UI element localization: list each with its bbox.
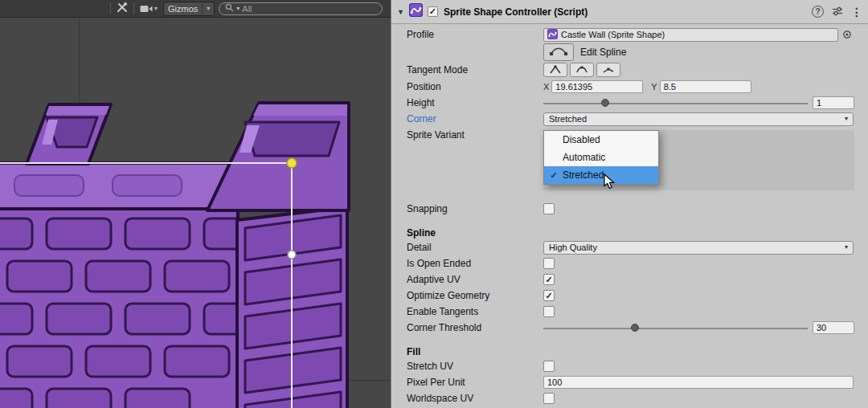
slider-track	[543, 328, 808, 329]
menu-item-automatic[interactable]: Automatic	[544, 149, 658, 166]
spline-control-point[interactable]	[288, 251, 296, 259]
spline-section-header: Spline	[391, 226, 868, 239]
slider-thumb[interactable]	[631, 324, 639, 332]
snapping-label: Snapping	[407, 203, 543, 214]
position-x-field[interactable]: 19.61395	[551, 80, 643, 93]
tangent-linear-icon	[550, 63, 561, 77]
castle-wall-sprite[interactable]	[0, 103, 349, 408]
tangent-mode-label: Tangent Mode	[407, 64, 543, 75]
pixel-per-unit-field[interactable]: 100	[543, 376, 854, 389]
position-y-field[interactable]: 8.5	[660, 80, 751, 93]
sprite-variant-label: Sprite Variant	[407, 129, 543, 141]
scene-search-input[interactable]: ▾ All	[219, 2, 383, 15]
row-corner-threshold: Corner Threshold 30	[391, 320, 868, 336]
merlon-left-top-highlight	[46, 106, 109, 115]
chevron-down-icon: ▾	[154, 6, 158, 12]
corner-value: Stretched	[549, 114, 587, 124]
component-title: Sprite Shape Controller (Script)	[444, 6, 588, 18]
header-actions: ? ⋮	[812, 5, 862, 19]
toolbar-divider	[133, 2, 134, 14]
row-adaptive-uv: Adaptive UV ✓	[391, 271, 868, 288]
mouse-cursor	[604, 173, 616, 194]
is-open-ended-label: Is Open Ended	[407, 258, 543, 269]
position-label: Position	[407, 81, 543, 92]
corner-threshold-label: Corner Threshold	[407, 322, 543, 333]
menu-item-label: Stretched	[563, 169, 604, 181]
object-picker-icon[interactable]	[841, 28, 854, 42]
menu-item-disabled[interactable]: Disabled	[544, 131, 658, 149]
adaptive-uv-label: Adaptive UV	[407, 274, 543, 285]
kebab-menu-icon[interactable]: ⋮	[851, 6, 862, 18]
menu-item-stretched[interactable]: ✓ Stretched	[544, 166, 658, 184]
component-enabled-checkbox[interactable]: ✓	[428, 6, 438, 17]
row-pixel-per-unit: Pixel Per Unit 100	[391, 374, 868, 390]
camera-view-button[interactable]: ▾	[138, 2, 159, 16]
checkmark-icon: ✓	[429, 7, 436, 16]
stretch-uv-checkbox[interactable]	[543, 361, 555, 372]
row-is-open-ended: Is Open Ended	[391, 255, 868, 271]
profile-object-field[interactable]: Castle Wall (Sprite Shape)	[543, 28, 838, 42]
fill-section-header: Fill	[391, 345, 868, 358]
tangent-broken-button[interactable]	[596, 63, 620, 77]
scene-toolbar: ▾ Gizmos ▾ ▾ All	[0, 0, 391, 18]
tangent-continuous-icon	[576, 63, 588, 77]
position-y-label: Y	[651, 82, 657, 92]
position-x-value: 19.61395	[555, 82, 592, 92]
enable-tangents-checkbox[interactable]	[543, 306, 555, 317]
row-worldspace-uv: Worldspace UV	[391, 390, 868, 406]
unity-editor-window: ▾ Gizmos ▾ ▾ All	[0, 0, 868, 408]
menu-checkmark-icon: ✓	[549, 170, 559, 181]
tangent-linear-button[interactable]	[543, 63, 567, 77]
is-open-ended-checkbox[interactable]	[543, 258, 555, 269]
tools-button[interactable]	[115, 2, 129, 16]
scene-view[interactable]: ▾ Gizmos ▾ ▾ All	[0, 0, 391, 408]
tangent-continuous-button[interactable]	[570, 63, 594, 77]
position-y-value: 8.5	[664, 82, 676, 92]
worldspace-uv-label: Worldspace UV	[407, 393, 543, 404]
detail-value: High Quality	[549, 243, 597, 252]
menu-item-label: Disabled	[563, 134, 600, 145]
enable-tangents-label: Enable Tangents	[407, 306, 543, 317]
profile-value: Castle Wall (Sprite Shape)	[561, 30, 665, 39]
adaptive-uv-checkbox[interactable]: ✓	[543, 274, 555, 285]
sprite-shape-icon	[409, 3, 423, 20]
row-profile: Profile Castle Wall (Sprite Shape)	[391, 27, 868, 43]
chevron-down-icon: ▾	[207, 6, 210, 12]
chevron-down-icon: ▾	[845, 244, 848, 251]
checkmark-icon: ✓	[545, 292, 552, 300]
inspector-panel: ▼ ✓ Sprite Shape Controller (Script) ? ⋮…	[391, 0, 868, 408]
checkmark-icon: ✓	[545, 275, 552, 284]
position-x-label: X	[543, 82, 549, 92]
corner-dropdown[interactable]: Stretched ▾	[543, 112, 854, 126]
tools-icon	[117, 2, 128, 16]
optimize-geometry-checkbox[interactable]: ✓	[543, 290, 555, 301]
foldout-triangle-icon[interactable]: ▼	[397, 8, 404, 16]
menu-item-label: Automatic	[563, 152, 605, 163]
presets-icon[interactable]	[832, 5, 843, 19]
spline-control-point-selected[interactable]	[287, 158, 297, 168]
corner-threshold-value-field[interactable]: 30	[813, 321, 854, 334]
edit-spline-button[interactable]	[543, 43, 574, 61]
snapping-checkbox[interactable]	[543, 203, 555, 214]
optimize-geometry-label: Optimize Geometry	[407, 290, 543, 301]
row-optimize-geometry: Optimize Geometry ✓	[391, 288, 868, 304]
row-corner: Corner Stretched ▾	[391, 111, 868, 127]
row-edit-spline: Edit Spline	[391, 43, 868, 62]
gizmos-separator	[202, 3, 203, 14]
help-icon[interactable]: ?	[812, 6, 824, 18]
height-value-field[interactable]: 1	[813, 96, 854, 109]
tangent-broken-icon	[603, 63, 614, 77]
component-header[interactable]: ▼ ✓ Sprite Shape Controller (Script) ? ⋮	[391, 0, 868, 24]
row-detail: Detail High Quality ▾	[391, 239, 868, 255]
height-slider[interactable]	[543, 96, 808, 109]
slider-thumb[interactable]	[601, 99, 609, 107]
worldspace-uv-checkbox[interactable]	[543, 393, 555, 404]
scene-canvas[interactable]	[0, 18, 391, 408]
detail-label: Detail	[407, 242, 543, 253]
detail-dropdown[interactable]: High Quality ▾	[543, 241, 854, 255]
sprite-shape-asset-icon	[547, 29, 558, 41]
row-height: Height 1	[391, 95, 868, 111]
gizmos-dropdown[interactable]: Gizmos ▾	[163, 2, 215, 16]
pixel-per-unit-value: 100	[547, 377, 562, 387]
corner-threshold-slider[interactable]	[543, 321, 808, 334]
